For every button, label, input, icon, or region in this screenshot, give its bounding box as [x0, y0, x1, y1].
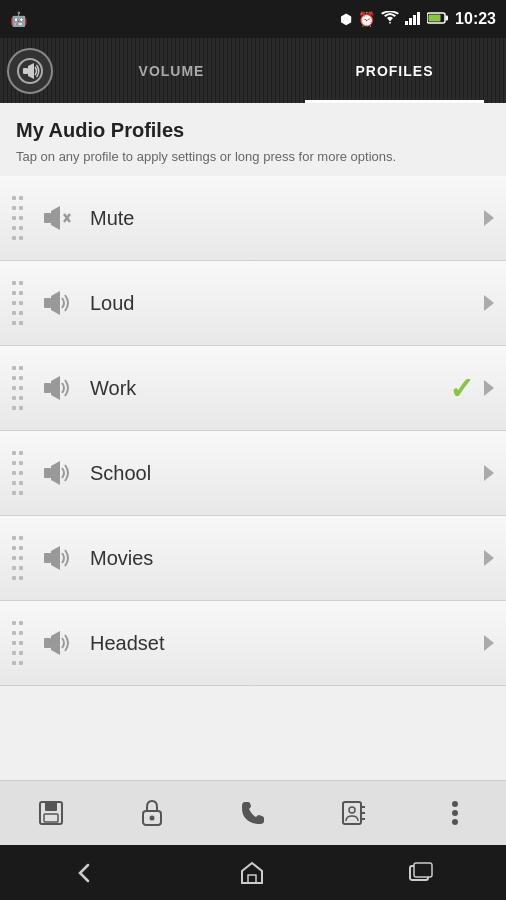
toolbar-tabs: VOLUME PROFILES	[60, 38, 506, 103]
nav-more[interactable]	[430, 788, 480, 838]
app-logo	[0, 41, 60, 101]
svg-point-28	[149, 816, 154, 821]
svg-rect-26	[44, 814, 58, 822]
svg-rect-6	[429, 15, 441, 22]
page-title: My Audio Profiles	[16, 119, 490, 142]
svg-rect-8	[23, 68, 28, 74]
drag-handle-loud	[12, 278, 32, 328]
chevron-mute	[484, 210, 494, 226]
nav-save[interactable]	[26, 788, 76, 838]
svg-rect-2	[413, 15, 416, 25]
profile-name-school: School	[90, 462, 484, 485]
profile-item-headset[interactable]: Headset	[0, 601, 506, 686]
signal-icon	[405, 11, 421, 28]
bluetooth-icon: ⬢	[340, 11, 352, 27]
chevron-school	[484, 465, 494, 481]
svg-rect-25	[45, 802, 57, 811]
chevron-headset	[484, 635, 494, 651]
svg-marker-17	[51, 376, 60, 400]
svg-rect-3	[417, 12, 420, 25]
svg-rect-1	[409, 18, 412, 25]
alarm-icon: ⏰	[358, 11, 375, 27]
battery-icon	[427, 11, 449, 27]
svg-rect-10	[44, 213, 51, 223]
svg-rect-18	[44, 468, 51, 478]
profile-list: Mute Loud	[0, 176, 506, 780]
nav-contacts[interactable]	[329, 788, 379, 838]
drag-handle-work	[12, 363, 32, 413]
drag-handle-mute	[12, 193, 32, 243]
svg-rect-0	[405, 21, 408, 25]
profile-name-mute: Mute	[90, 207, 484, 230]
profile-name-work: Work	[90, 377, 449, 400]
svg-marker-21	[51, 546, 60, 570]
profile-item-work[interactable]: Work ✓	[0, 346, 506, 431]
svg-marker-9	[28, 63, 34, 79]
svg-point-33	[349, 807, 355, 813]
status-bar: 🤖 ⬢ ⏰ 10:23	[0, 0, 506, 38]
tab-volume[interactable]: VOLUME	[60, 38, 283, 103]
nav-phone[interactable]	[228, 788, 278, 838]
recents-button[interactable]	[408, 862, 434, 884]
profile-name-loud: Loud	[90, 292, 484, 315]
android-icon: 🤖	[10, 11, 27, 27]
back-button[interactable]	[72, 861, 96, 885]
svg-rect-20	[44, 553, 51, 563]
speaker-icon-movies	[42, 540, 78, 576]
svg-rect-22	[44, 638, 51, 648]
profile-item-loud[interactable]: Loud	[0, 261, 506, 346]
profile-name-movies: Movies	[90, 547, 484, 570]
wifi-icon	[381, 11, 399, 28]
tab-profiles[interactable]: PROFILES	[283, 38, 506, 103]
speaker-icon-loud	[42, 285, 78, 321]
profile-item-mute[interactable]: Mute	[0, 176, 506, 261]
status-bar-right: ⬢ ⏰ 10:23	[340, 10, 496, 28]
svg-marker-11	[51, 206, 60, 230]
active-checkmark: ✓	[449, 371, 474, 406]
drag-handle-movies	[12, 533, 32, 583]
logo-circle	[7, 48, 53, 94]
home-button[interactable]	[239, 861, 265, 885]
toolbar: VOLUME PROFILES	[0, 38, 506, 103]
svg-rect-39	[414, 863, 432, 877]
svg-point-34	[452, 801, 458, 807]
chevron-loud	[484, 295, 494, 311]
speaker-icon-school	[42, 455, 78, 491]
system-nav	[0, 845, 506, 900]
page-subtitle: Tap on any profile to apply settings or …	[16, 148, 490, 166]
page-header: My Audio Profiles Tap on any profile to …	[0, 103, 506, 176]
chevron-work	[484, 380, 494, 396]
svg-marker-19	[51, 461, 60, 485]
svg-marker-15	[51, 291, 60, 315]
drag-handle-headset	[12, 618, 32, 668]
svg-rect-37	[248, 875, 256, 883]
speaker-icon-work	[42, 370, 78, 406]
svg-point-36	[452, 819, 458, 825]
main-content: My Audio Profiles Tap on any profile to …	[0, 103, 506, 780]
svg-rect-5	[446, 16, 449, 21]
drag-handle-school	[12, 448, 32, 498]
profile-name-headset: Headset	[90, 632, 484, 655]
speaker-icon-mute	[42, 200, 78, 236]
svg-rect-16	[44, 383, 51, 393]
svg-rect-14	[44, 298, 51, 308]
status-time: 10:23	[455, 10, 496, 28]
status-bar-left: 🤖	[10, 11, 27, 27]
chevron-movies	[484, 550, 494, 566]
profile-item-school[interactable]: School	[0, 431, 506, 516]
svg-marker-23	[51, 631, 60, 655]
speaker-icon-headset	[42, 625, 78, 661]
profile-item-movies[interactable]: Movies	[0, 516, 506, 601]
nav-lock[interactable]	[127, 788, 177, 838]
bottom-nav	[0, 780, 506, 845]
svg-point-35	[452, 810, 458, 816]
